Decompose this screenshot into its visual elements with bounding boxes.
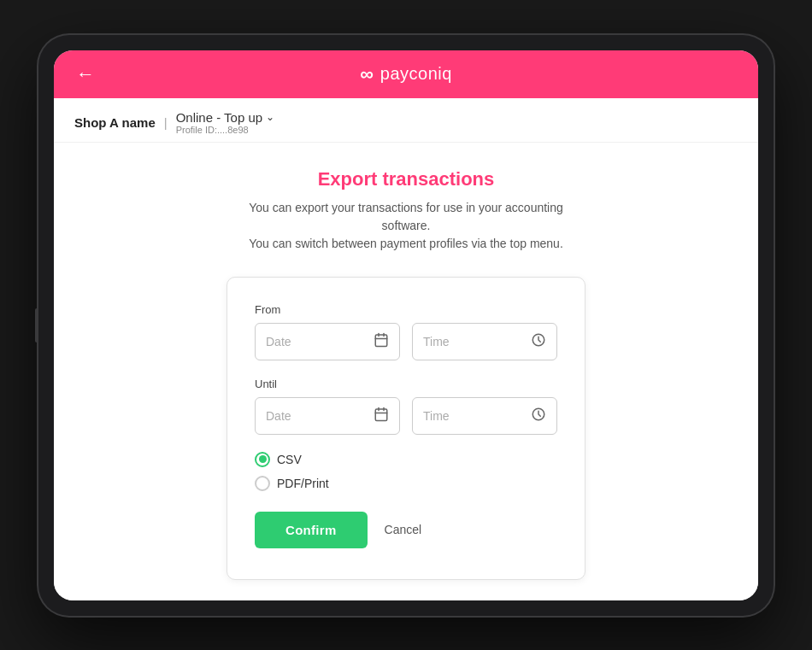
until-date-placeholder: Date [266,409,374,423]
until-time-input[interactable]: Time [412,397,557,435]
page-body: Export transactions You can export your … [54,143,758,600]
clock-icon-from [531,332,546,351]
from-date-input[interactable]: Date [255,323,400,360]
breadcrumb-bar: Shop A name | Online - Top up ⌄ Profile … [54,98,758,143]
from-date-placeholder: Date [266,335,374,348]
payconiq-logo-text: payconiq [380,64,452,84]
back-button[interactable]: ← [69,60,102,89]
csv-radio-option[interactable]: CSV [255,452,557,467]
confirm-button[interactable]: Confirm [255,512,368,548]
profile-chevron-icon[interactable]: ⌄ [266,111,274,123]
clock-icon-until [531,407,546,425]
calendar-icon-from [374,332,389,351]
cancel-button[interactable]: Cancel [385,523,422,536]
from-label: From [255,303,557,316]
payconiq-infinity-icon: ∞ [360,63,374,85]
until-date-input[interactable]: Date [255,397,400,435]
button-row: Confirm Cancel [255,512,557,548]
svg-rect-5 [375,409,387,421]
from-row: Date [255,323,557,360]
format-radio-group: CSV PDF/Print [255,452,557,491]
tablet-screen: ← ∞ payconiq Shop A name | Online - Top … [54,50,758,600]
until-label: Until [255,378,557,390]
logo-area: ∞ payconiq [360,63,452,85]
pdf-radio-label: PDF/Print [277,477,329,490]
from-time-placeholder: Time [423,335,531,348]
page-subtitle: You can export your transactions for use… [244,199,568,253]
until-date-field[interactable]: Date [255,397,400,435]
shop-name: Shop A name [74,115,156,130]
page-title: Export transactions [318,168,495,190]
profile-id: Profile ID:....8e98 [176,125,274,135]
pdf-radio-option[interactable]: PDF/Print [255,476,557,491]
page-subtitle-line1: You can export your transactions for use… [249,201,563,232]
svg-rect-0 [375,335,387,347]
from-time-input[interactable]: Time [412,323,557,360]
from-time-field[interactable]: Time [412,323,557,360]
pdf-radio-circle[interactable] [255,476,270,491]
until-row: Date [255,397,557,435]
until-time-placeholder: Time [423,409,531,423]
from-date-field[interactable]: Date [255,323,400,360]
csv-radio-label: CSV [277,453,302,466]
top-bar: ← ∞ payconiq [54,50,758,98]
calendar-icon-until [374,407,389,425]
tablet-frame: ← ∞ payconiq Shop A name | Online - Top … [38,35,774,616]
breadcrumb-right[interactable]: Online - Top up ⌄ [176,110,274,125]
page-subtitle-line2: You can switch between payment profiles … [249,237,563,250]
profile-section: Online - Top up ⌄ Profile ID:....8e98 [176,110,274,135]
form-card: From Date [227,277,585,580]
until-time-field[interactable]: Time [412,397,557,435]
content-area: Shop A name | Online - Top up ⌄ Profile … [54,98,758,600]
csv-radio-circle[interactable] [255,452,270,467]
profile-type-label: Online - Top up [176,110,262,125]
breadcrumb-separator: | [164,115,168,130]
